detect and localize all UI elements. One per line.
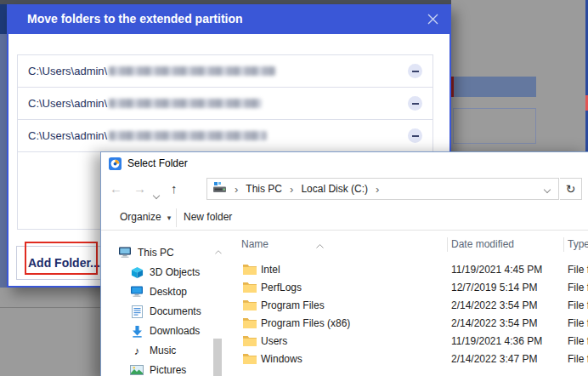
redacted-path-blur	[109, 66, 275, 76]
background-left-strip	[0, 34, 7, 288]
folder-icon	[243, 299, 257, 313]
remove-folder-button[interactable]	[408, 64, 422, 78]
history-chevron-down-icon[interactable]	[154, 186, 159, 202]
nav-scroll-up-icon[interactable]	[215, 242, 222, 258]
new-folder-button[interactable]: New folder	[184, 205, 232, 230]
minus-icon	[412, 135, 419, 137]
commandbar-divider	[101, 230, 588, 231]
file-name: Program Files	[261, 297, 325, 314]
file-row-users[interactable]: Users 11/19/2021 4:36 PM File folder	[101, 333, 588, 350]
forward-icon[interactable]: →	[133, 175, 146, 202]
file-date: 11/19/2021 4:45 PM	[451, 261, 542, 278]
folder-path-text: C:\Users\admin\	[28, 97, 107, 110]
column-header-date-modified[interactable]: Date modified	[451, 236, 514, 253]
file-type: File folder	[568, 297, 588, 314]
remove-folder-button[interactable]	[408, 96, 422, 111]
redacted-path-blur	[109, 99, 262, 108]
folder-icon	[243, 335, 257, 349]
breadcrumb-this-pc[interactable]: This PC	[246, 183, 282, 195]
file-type: File folder	[568, 350, 588, 367]
file-type: File folder	[568, 333, 588, 350]
screenshot-stage: Move folders to the extended partition C…	[0, 0, 588, 376]
select-folder-title: Select Folder	[127, 152, 188, 175]
folder-path-row: C:\Users\admin\	[18, 88, 433, 120]
toolbar-separator	[176, 208, 177, 227]
file-name: Users	[261, 333, 287, 350]
sidebar-item-label: This PC	[138, 247, 174, 259]
breadcrumb-local-disk-c[interactable]: Local Disk (C:)	[301, 183, 368, 195]
folder-path-row: C:\Users\admin\	[18, 55, 433, 88]
address-bar[interactable]: › This PC › Local Disk (C:) ›	[206, 178, 559, 200]
file-date: 2/14/2022 3:47 PM	[451, 350, 537, 367]
this-pc-icon	[118, 246, 132, 259]
close-icon[interactable]	[427, 13, 439, 26]
file-name: Windows	[261, 350, 302, 367]
file-type: File folder	[568, 279, 588, 296]
file-type: File folder	[568, 315, 588, 332]
file-date: 12/7/2019 5:14 PM	[451, 279, 537, 296]
minus-icon	[412, 103, 419, 105]
file-date: 11/19/2021 4:36 PM	[451, 333, 542, 350]
file-row-intel[interactable]: Intel 11/19/2021 4:45 PM File folder	[101, 261, 588, 278]
column-separator[interactable]	[447, 237, 448, 252]
redacted-path-blur	[109, 131, 267, 140]
file-date: 2/14/2022 3:54 PM	[451, 315, 537, 332]
organize-label: Organize	[120, 211, 161, 223]
background-partition-bar	[454, 77, 536, 97]
file-type: File folder	[568, 261, 588, 278]
file-name: PerfLogs	[261, 279, 302, 296]
annotation-highlight-rectangle	[25, 242, 98, 275]
file-name: Program Files (x86)	[261, 315, 350, 332]
refresh-icon: ↻	[566, 182, 576, 196]
select-folder-dialog: Select Folder ← → ↑ › This PC › Local Di…	[100, 151, 588, 376]
refresh-button[interactable]: ↻	[560, 178, 582, 200]
background-outline-box	[453, 108, 536, 144]
file-row-program-files-x86[interactable]: Program Files (x86) 2/14/2022 3:54 PM Fi…	[101, 315, 588, 332]
up-icon[interactable]: ↑	[171, 175, 178, 202]
sidebar-item-this-pc[interactable]: This PC	[118, 244, 174, 261]
drive-icon	[213, 182, 227, 196]
back-icon[interactable]: ←	[110, 175, 122, 202]
file-row-perflogs[interactable]: PerfLogs 12/7/2019 5:14 PM File folder	[101, 279, 588, 296]
minus-icon	[412, 71, 419, 72]
folder-icon	[243, 353, 257, 367]
column-header-name[interactable]: Name	[241, 236, 269, 253]
folder-path-text: C:\Users\admin\	[28, 129, 107, 142]
breadcrumb-chevron-icon: ›	[235, 183, 238, 196]
folder-icon	[243, 317, 257, 331]
background-red-segment	[451, 77, 454, 97]
background-horizontal-line	[0, 307, 100, 308]
file-row-windows[interactable]: Windows 2/14/2022 3:47 PM File folder	[101, 350, 588, 367]
sort-ascending-icon	[316, 236, 324, 252]
breadcrumb-chevron-icon: ›	[290, 183, 293, 196]
select-folder-titlebar[interactable]: Select Folder	[101, 152, 588, 175]
app-icon	[109, 157, 122, 170]
file-date: 2/14/2022 3:54 PM	[451, 297, 537, 314]
move-dialog-title: Move folders to the extended partition	[27, 12, 243, 26]
column-header-type[interactable]: Type	[568, 236, 588, 253]
folder-path-text: C:\Users\admin\	[28, 65, 107, 77]
folder-path-row: C:\Users\admin\	[18, 120, 433, 152]
folder-icon	[243, 264, 257, 277]
remove-folder-button[interactable]	[408, 128, 422, 143]
move-dialog-titlebar[interactable]: Move folders to the extended partition	[7, 4, 451, 34]
breadcrumb-chevron-icon: ›	[376, 183, 379, 196]
file-name: Intel	[261, 261, 280, 278]
background-left-strip-top	[0, 4, 7, 34]
column-separator[interactable]	[563, 237, 564, 252]
address-chevron-down-icon[interactable]	[545, 183, 550, 195]
organize-caret-icon: ▾	[167, 206, 172, 231]
file-row-program-files[interactable]: Program Files 2/14/2022 3:54 PM File fol…	[101, 297, 588, 314]
organize-menu-button[interactable]: Organize▾	[120, 205, 171, 230]
folder-icon	[243, 282, 257, 295]
